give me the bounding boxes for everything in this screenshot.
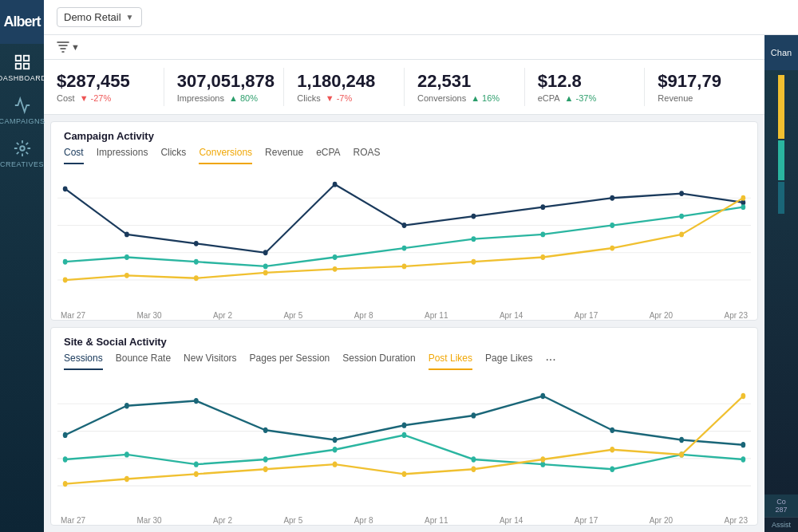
main-content: Demo Retail ▼ ▼ $287,455 Cost ▼ <box>44 0 798 532</box>
campaign-panel-title: Campaign Activity <box>51 122 757 147</box>
site-tab-post_likes[interactable]: Post Likes <box>429 353 472 370</box>
metric-card-impressions: 307,051,878 Impressions ▲ 80% <box>164 68 285 106</box>
sidebar-label-dashboard: Dashboard <box>0 74 46 82</box>
site-panel-title: Site & Social Activity <box>51 328 757 353</box>
svg-point-17 <box>610 195 614 201</box>
site-tab-sessions[interactable]: Sessions <box>64 353 103 370</box>
svg-point-47 <box>124 403 129 408</box>
app-logo[interactable]: Albert <box>0 0 44 44</box>
metric-card-revenue: $917,79 Revenue <box>645 68 764 106</box>
svg-point-12 <box>263 250 268 256</box>
metric-change-conversions: ▲ 16% <box>471 93 500 103</box>
sidebar-item-campaigns[interactable]: Campaigns <box>0 87 44 130</box>
metric-label-impressions: Impressions ▲ 80% <box>177 93 271 103</box>
svg-point-76 <box>610 447 614 452</box>
x-axis-label: Apr 17 <box>575 311 598 320</box>
x-axis-label: Mar 30 <box>137 311 162 320</box>
campaign-tab-cost[interactable]: Cost <box>64 147 84 164</box>
svg-point-49 <box>263 427 268 432</box>
metric-change-impressions: ▲ 80% <box>229 93 258 103</box>
campaign-chart-svg <box>57 171 751 307</box>
svg-point-23 <box>263 264 268 270</box>
svg-point-41 <box>741 195 745 201</box>
right-panel-chart <box>764 70 798 495</box>
svg-point-14 <box>402 223 407 228</box>
site-chart-svg <box>57 376 751 513</box>
metric-value-revenue: $917,79 <box>658 71 752 92</box>
svg-point-36 <box>402 264 407 270</box>
svg-point-4 <box>20 146 25 151</box>
metric-value-conversions: 22,531 <box>417 71 512 92</box>
metric-label-revenue: Revenue <box>658 93 752 103</box>
metric-label-conversions: Conversions ▲ 16% <box>417 93 512 103</box>
x-axis-label: Apr 20 <box>650 516 673 525</box>
svg-point-26 <box>472 237 476 242</box>
demo-retail-dropdown[interactable]: Demo Retail ▼ <box>57 7 142 27</box>
campaign-tab-roas[interactable]: ROAS <box>354 147 381 164</box>
campaign-tabs: CostImpressionsClicksConversionsRevenuee… <box>51 147 757 164</box>
sidebar-label-creatives: Creatives <box>0 160 44 168</box>
svg-point-46 <box>63 432 68 437</box>
site-tabs-more-icon[interactable]: ··· <box>545 353 555 370</box>
campaigns-icon <box>14 97 31 114</box>
metric-change-ecpa: ▲ -37% <box>565 93 597 103</box>
svg-point-68 <box>63 481 68 487</box>
site-tab-page_likes[interactable]: Page Likes <box>485 353 532 370</box>
panels-row: Campaign Activity CostImpressionsClicksC… <box>44 115 764 532</box>
x-axis-label: Apr 5 <box>283 311 302 320</box>
svg-point-21 <box>124 254 129 260</box>
svg-rect-3 <box>15 64 20 69</box>
cost-label: Co <box>768 498 795 506</box>
demo-label: Demo Retail <box>64 11 121 23</box>
site-tab-pages_per_session[interactable]: Pages per Session <box>250 353 330 370</box>
x-axis-label: Mar 30 <box>137 516 162 525</box>
svg-point-16 <box>540 205 545 211</box>
sidebar-item-creatives[interactable]: Creatives <box>0 130 44 173</box>
svg-rect-0 <box>15 56 20 61</box>
svg-point-53 <box>540 393 545 399</box>
svg-point-57 <box>63 456 68 462</box>
site-tab-bounce_rate[interactable]: Bounce Rate <box>116 353 171 370</box>
svg-point-65 <box>610 466 614 471</box>
topbar: Demo Retail ▼ <box>44 0 798 35</box>
x-axis-label: Apr 8 <box>354 311 373 320</box>
site-tab-new_visitors[interactable]: New Visitors <box>184 353 236 370</box>
svg-point-28 <box>610 223 614 228</box>
site-tab-session_duration[interactable]: Session Duration <box>342 353 415 370</box>
svg-point-48 <box>194 398 199 404</box>
campaign-tab-impressions[interactable]: Impressions <box>97 147 148 164</box>
svg-point-9 <box>63 187 68 192</box>
metric-label-clicks: Clicks ▼ -7% <box>297 93 391 103</box>
svg-point-22 <box>194 259 199 265</box>
filter-button[interactable]: ▼ <box>57 41 80 53</box>
svg-point-52 <box>472 412 476 418</box>
x-axis-label: Apr 11 <box>425 311 448 320</box>
filter-dropdown-arrow: ▼ <box>71 42 80 52</box>
site-chart-area <box>51 370 757 516</box>
metric-card-conversions: 22,531 Conversions ▲ 16% <box>405 68 525 106</box>
x-axis-label: Apr 5 <box>283 516 302 525</box>
svg-point-33 <box>194 276 199 282</box>
svg-point-13 <box>333 182 338 187</box>
campaign-tab-ecpa[interactable]: eCPA <box>316 147 340 164</box>
metric-label-ecpa: eCPA ▲ -37% <box>538 93 632 103</box>
campaign-tab-clicks[interactable]: Clicks <box>160 147 186 164</box>
sidebar-item-dashboard[interactable]: Dashboard <box>0 44 44 87</box>
svg-point-63 <box>472 456 476 462</box>
content-main: ▼ $287,455 Cost ▼ -27% 307,051,878 Impre… <box>44 35 764 532</box>
svg-point-74 <box>472 466 476 471</box>
svg-point-25 <box>402 246 407 251</box>
svg-point-29 <box>679 214 684 219</box>
svg-point-58 <box>124 451 129 457</box>
svg-rect-2 <box>23 64 28 69</box>
cost-value: 287 <box>768 506 795 514</box>
metric-value-impressions: 307,051,878 <box>177 71 271 92</box>
svg-point-77 <box>679 451 684 457</box>
right-panel-chan-label: Chan <box>771 48 792 57</box>
svg-point-71 <box>263 466 268 471</box>
svg-point-54 <box>610 427 614 432</box>
campaign-tab-revenue[interactable]: Revenue <box>265 147 303 164</box>
svg-point-30 <box>741 205 745 211</box>
campaign-tab-conversions[interactable]: Conversions <box>199 147 252 164</box>
dashboard-icon <box>14 53 31 71</box>
